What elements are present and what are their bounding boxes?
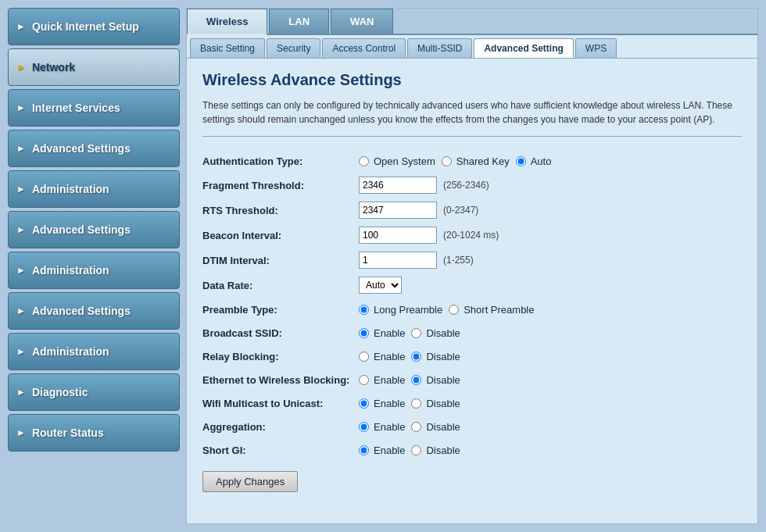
radio-broadcast-disable-input[interactable] [411, 328, 421, 338]
radio-relay-enable-label: Enable [374, 351, 405, 362]
radio-short-preamble-label: Short Preamble [464, 304, 534, 316]
page-title: Wireless Advance Settings [202, 71, 742, 89]
apply-changes-button[interactable]: Apply Changes [202, 471, 298, 492]
sidebar-label: Network [32, 61, 75, 73]
sub-tab-security[interactable]: Security [267, 38, 320, 58]
label-data-rate: Data Rate: [202, 280, 359, 291]
row-rts-threshold: RTS Threshold: (0-2347) [202, 198, 742, 223]
label-beacon-interval: Beacon Interval: [202, 230, 359, 241]
tab-wan[interactable]: WAN [331, 9, 393, 34]
row-dtim-interval: DTIM Interval: (1-255) [202, 248, 742, 273]
sub-tab-access-control[interactable]: Access Control [322, 38, 406, 58]
radio-short-preamble: Short Preamble [449, 304, 534, 316]
sidebar-label: Advanced Settings [32, 142, 131, 155]
sub-tab-basic-setting[interactable]: Basic Setting [190, 38, 265, 58]
value-rts-threshold: (0-2347) [359, 202, 742, 219]
arrow-icon: ► [16, 143, 26, 154]
radio-broadcast-enable: Enable [359, 327, 405, 339]
sidebar-item-advanced-settings-1[interactable]: ► Advanced Settings [8, 130, 180, 167]
radio-eth-disable-label: Disable [426, 374, 460, 386]
radio-aggregation-disable-label: Disable [426, 421, 460, 433]
sidebar-label: Advanced Settings [32, 223, 131, 236]
radio-multicast-disable: Disable [411, 398, 460, 409]
sidebar-item-network[interactable]: ► Network [8, 48, 180, 86]
radio-aggregation-disable-input[interactable] [411, 422, 421, 432]
tab-lan[interactable]: LAN [269, 9, 329, 34]
radio-relay-enable-input[interactable] [359, 352, 369, 362]
row-ethernet-wireless: Ethernet to Wireless Blocking: Enable Di… [202, 368, 742, 391]
radio-broadcast-disable: Disable [411, 327, 460, 339]
sidebar-item-administration-3[interactable]: ► Administration [8, 333, 180, 370]
sidebar-item-diagnostic[interactable]: ► Diagnostic [8, 373, 180, 411]
row-fragment-threshold: Fragment Threshold: (256-2346) [202, 173, 742, 198]
sidebar-label: Administration [32, 183, 109, 195]
radio-auto-input[interactable] [516, 156, 526, 166]
arrow-icon: ► [16, 305, 26, 316]
row-data-rate: Data Rate: Auto [202, 273, 742, 298]
radio-multicast-disable-label: Disable [426, 398, 460, 409]
sub-tab-multi-ssid[interactable]: Multi-SSID [407, 38, 472, 58]
sidebar-item-internet-services[interactable]: ► Internet Services [8, 89, 180, 127]
input-dtim-interval[interactable] [359, 252, 437, 269]
label-ethernet-wireless: Ethernet to Wireless Blocking: [202, 374, 359, 386]
sidebar-item-router-status[interactable]: ► Router Status [8, 414, 180, 452]
radio-auto: Auto [516, 155, 552, 167]
input-beacon-interval[interactable] [359, 227, 437, 244]
sub-tab-advanced-setting[interactable]: Advanced Setting [474, 38, 573, 58]
main-content: Wireless LAN WAN Basic Setting Security … [186, 8, 758, 524]
hint-dtim-interval: (1-255) [443, 255, 474, 266]
radio-short-preamble-input[interactable] [449, 305, 459, 315]
select-data-rate[interactable]: Auto [359, 277, 402, 294]
radio-relay-disable-label: Disable [426, 351, 460, 362]
sidebar: ► Quick Internet Setup ► Network ► Inter… [8, 8, 180, 524]
top-tab-bar: Wireless LAN WAN [187, 9, 757, 35]
value-relay-blocking: Enable Disable [359, 351, 742, 362]
label-short-gi: Short GI: [202, 445, 359, 456]
radio-open-system-input[interactable] [359, 156, 369, 166]
value-ethernet-wireless: Enable Disable [359, 374, 742, 386]
row-authentication-type: Authentication Type: Open System Shared … [202, 149, 742, 173]
radio-short-gi-disable-label: Disable [426, 445, 460, 456]
page-content-area: Wireless Advance Settings These settings… [187, 59, 757, 523]
radio-shared-key-input[interactable] [442, 156, 452, 166]
value-fragment-threshold: (256-2346) [359, 177, 742, 194]
settings-table: Authentication Type: Open System Shared … [202, 149, 742, 462]
radio-aggregation-enable: Enable [359, 421, 405, 433]
input-fragment-threshold[interactable] [359, 177, 437, 194]
radio-broadcast-enable-input[interactable] [359, 328, 369, 338]
input-rts-threshold[interactable] [359, 202, 437, 219]
radio-long-preamble-input[interactable] [359, 305, 369, 315]
radio-short-gi-enable-input[interactable] [359, 445, 369, 455]
sidebar-item-advanced-settings-3[interactable]: ► Advanced Settings [8, 292, 180, 330]
sub-tab-bar: Basic Setting Security Access Control Mu… [187, 35, 757, 59]
value-dtim-interval: (1-255) [359, 252, 742, 269]
arrow-icon: ► [16, 21, 26, 32]
radio-eth-enable: Enable [359, 374, 405, 386]
sidebar-label: Internet Services [32, 102, 120, 114]
arrow-icon: ► [16, 265, 26, 276]
radio-shared-key: Shared Key [442, 155, 510, 167]
sidebar-label: Diagnostic [32, 386, 88, 398]
arrow-icon: ► [16, 224, 26, 235]
radio-short-gi-disable-input[interactable] [411, 445, 421, 455]
value-broadcast-ssid: Enable Disable [359, 327, 742, 339]
radio-eth-enable-input[interactable] [359, 375, 369, 385]
sub-tab-wps[interactable]: WPS [575, 38, 617, 58]
sidebar-item-administration-2[interactable]: ► Administration [8, 252, 180, 289]
sidebar-item-quick-internet-setup[interactable]: ► Quick Internet Setup [8, 8, 180, 45]
value-preamble-type: Long Preamble Short Preamble [359, 304, 742, 316]
arrow-icon: ► [16, 427, 26, 438]
radio-eth-disable-input[interactable] [411, 375, 421, 385]
app-container: ► Quick Internet Setup ► Network ► Inter… [0, 0, 766, 532]
tab-wireless[interactable]: Wireless [187, 9, 267, 35]
sidebar-item-administration-1[interactable]: ► Administration [8, 170, 180, 208]
radio-long-preamble-label: Long Preamble [374, 304, 442, 316]
radio-relay-disable-input[interactable] [411, 352, 421, 362]
radio-multicast-disable-input[interactable] [411, 398, 421, 409]
radio-aggregation-enable-label: Enable [374, 421, 405, 433]
radio-aggregation-enable-input[interactable] [359, 422, 369, 432]
value-beacon-interval: (20-1024 ms) [359, 227, 742, 244]
radio-multicast-enable-input[interactable] [359, 398, 369, 409]
sidebar-item-advanced-settings-2[interactable]: ► Advanced Settings [8, 211, 180, 248]
label-preamble-type: Preamble Type: [202, 304, 359, 316]
